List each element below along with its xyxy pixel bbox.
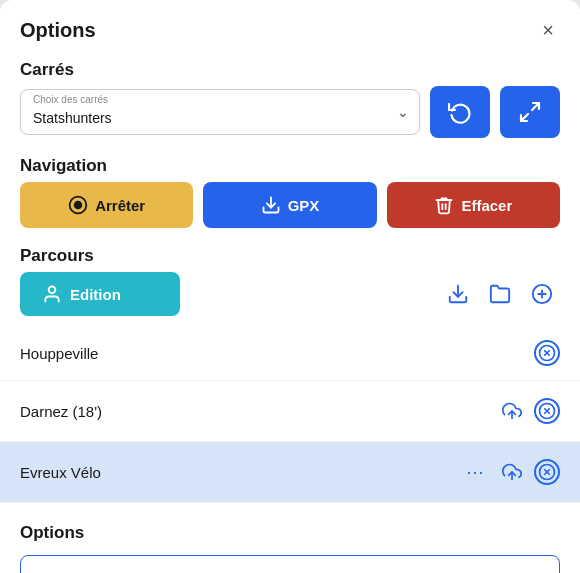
download-icon (261, 195, 281, 215)
item-icons (534, 340, 560, 366)
clear-button[interactable]: Effacer (387, 182, 560, 228)
svg-point-3 (75, 202, 82, 209)
expand-button[interactable] (500, 86, 560, 138)
modal-title: Options (20, 19, 96, 42)
svg-point-5 (49, 287, 56, 294)
plus-circle-icon (531, 283, 553, 305)
x-circle-icon (538, 344, 556, 362)
more-options-button[interactable]: ⋯ (460, 459, 490, 485)
carres-select[interactable]: Choix des carrés Statshunters ⌄ (20, 89, 420, 135)
expand-icon (518, 100, 542, 124)
person-icon (42, 284, 62, 304)
item-icons (496, 395, 560, 427)
x-circle-icon (538, 463, 556, 481)
upload-icon (502, 462, 522, 482)
stop-button[interactable]: Arrêter (20, 182, 193, 228)
options-footer-row (20, 555, 560, 573)
clear-label: Effacer (461, 197, 512, 214)
upload-item-button[interactable] (496, 395, 528, 427)
select-value: Statshunters (33, 110, 407, 126)
trash-icon (434, 195, 454, 215)
options-modal: Options × Carrés Choix des carrés Statsh… (0, 0, 580, 573)
item-name: Houppeville (20, 345, 98, 362)
edition-label: Edition (70, 286, 121, 303)
upload-item-button[interactable] (496, 456, 528, 488)
open-folder-button[interactable] (482, 276, 518, 312)
edition-button[interactable]: Edition (20, 272, 180, 316)
modal-header: Options × (0, 0, 580, 52)
list-item: Houppeville (0, 326, 580, 381)
remove-item-button[interactable] (534, 398, 560, 424)
list-item-active: Evreux Vélo ⋯ (0, 442, 580, 503)
navigation-section-label: Navigation (0, 148, 580, 182)
refresh-icon (448, 100, 472, 124)
close-button[interactable]: × (536, 18, 560, 42)
remove-item-button[interactable] (534, 459, 560, 485)
stop-label: Arrêter (95, 197, 145, 214)
carres-section-label: Carrés (0, 52, 580, 86)
options-footer: Options (0, 503, 580, 573)
carres-row: Choix des carrés Statshunters ⌄ (0, 86, 580, 148)
item-icons: ⋯ (460, 456, 560, 488)
item-name: Evreux Vélo (20, 464, 101, 481)
navigation-row: Arrêter GPX Effacer (0, 182, 580, 238)
folder-icon (489, 283, 511, 305)
stop-icon (68, 195, 88, 215)
options-btn-1[interactable] (20, 555, 560, 573)
parcours-section-label: Parcours (0, 238, 580, 272)
gpx-button[interactable]: GPX (203, 182, 376, 228)
refresh-button[interactable] (430, 86, 490, 138)
gpx-label: GPX (288, 197, 320, 214)
add-parcours-button[interactable] (524, 276, 560, 312)
options-footer-label: Options (20, 515, 560, 549)
parcours-actions: Edition (0, 272, 580, 326)
save-parcours-button[interactable] (440, 276, 476, 312)
select-label: Choix des carrés (33, 94, 108, 105)
x-circle-icon (538, 402, 556, 420)
parcours-action-icons (440, 276, 560, 312)
remove-item-button[interactable] (534, 340, 560, 366)
save-icon (447, 283, 469, 305)
list-item: Darnez (18') (0, 381, 580, 442)
item-name: Darnez (18') (20, 403, 102, 420)
upload-icon (502, 401, 522, 421)
